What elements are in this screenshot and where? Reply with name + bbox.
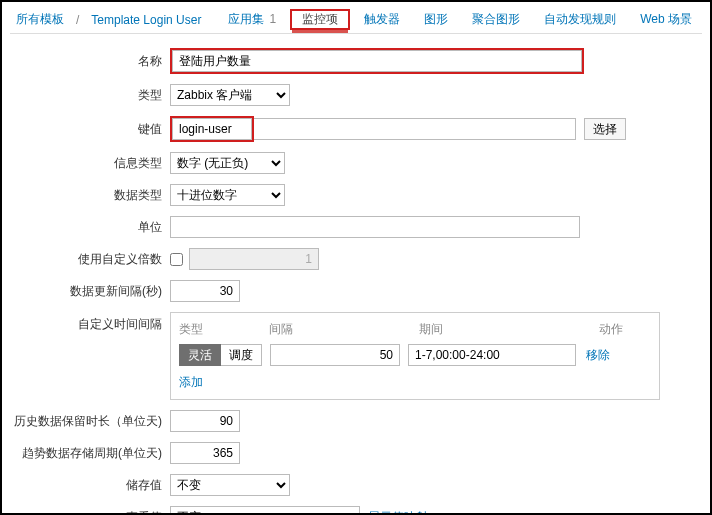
sched-head-period: 期间 bbox=[419, 321, 599, 338]
schedule-box: 类型 间隔 期间 动作 灵活 调度 移除 bbox=[170, 312, 660, 400]
sched-type-segment: 灵活 调度 bbox=[179, 344, 262, 366]
label-update-interval: 数据更新间隔(秒) bbox=[10, 283, 170, 300]
sched-interval-input[interactable] bbox=[270, 344, 400, 366]
tab-items[interactable]: 监控项 bbox=[292, 8, 348, 33]
select-key-button[interactable]: 选择 bbox=[584, 118, 626, 140]
tab-graphs[interactable]: 图形 bbox=[414, 7, 458, 32]
label-custom-multiplier: 使用自定义倍数 bbox=[10, 251, 170, 268]
tab-discovery[interactable]: 自动发现规则 bbox=[534, 7, 626, 32]
sched-add-link[interactable]: 添加 bbox=[179, 375, 203, 389]
label-data-type: 数据类型 bbox=[10, 187, 170, 204]
history-input[interactable] bbox=[170, 410, 240, 432]
tab-web[interactable]: Web 场景 bbox=[630, 7, 702, 32]
tab-aggregate-graphs[interactable]: 聚合图形 bbox=[462, 7, 530, 32]
label-key: 键值 bbox=[10, 121, 170, 138]
key-input[interactable] bbox=[172, 118, 252, 140]
trends-input[interactable] bbox=[170, 442, 240, 464]
sched-period-input[interactable] bbox=[408, 344, 576, 366]
label-info-type: 信息类型 bbox=[10, 155, 170, 172]
label-show-value: 查看值 bbox=[10, 509, 170, 516]
label-history: 历史数据保留时长（单位天) bbox=[10, 413, 170, 430]
sched-head-action: 动作 bbox=[599, 321, 649, 338]
label-trends: 趋势数据存储周期(单位天) bbox=[10, 445, 170, 462]
update-interval-input[interactable] bbox=[170, 280, 240, 302]
info-type-select[interactable]: 数字 (无正负) bbox=[170, 152, 285, 174]
tab-triggers[interactable]: 触发器 bbox=[354, 7, 410, 32]
label-flex-intervals: 自定义时间间隔 bbox=[10, 312, 170, 333]
label-type: 类型 bbox=[10, 87, 170, 104]
custom-multiplier-input bbox=[189, 248, 319, 270]
sched-head-interval: 间隔 bbox=[269, 321, 419, 338]
type-select[interactable]: Zabbix 客户端 bbox=[170, 84, 290, 106]
label-store-value: 储存值 bbox=[10, 477, 170, 494]
sched-remove-link[interactable]: 移除 bbox=[586, 347, 610, 364]
sched-head-type: 类型 bbox=[179, 321, 269, 338]
label-name: 名称 bbox=[10, 53, 170, 70]
store-value-select[interactable]: 不变 bbox=[170, 474, 290, 496]
tab-applications[interactable]: 应用集 1 bbox=[218, 7, 286, 32]
show-value-mappings-link[interactable]: 展示值映射 bbox=[368, 509, 428, 516]
data-type-select[interactable]: 十进位数字 bbox=[170, 184, 285, 206]
sched-type-scheduling[interactable]: 调度 bbox=[221, 344, 262, 366]
key-input-ext[interactable] bbox=[254, 118, 576, 140]
tab-bar: 所有模板 / Template Login User 应用集 1 监控项 触发器… bbox=[10, 6, 702, 34]
sched-type-flexible[interactable]: 灵活 bbox=[179, 344, 221, 366]
units-input[interactable] bbox=[170, 216, 580, 238]
show-value-select[interactable]: 不变 bbox=[170, 506, 360, 515]
name-input[interactable] bbox=[172, 50, 582, 72]
label-units: 单位 bbox=[10, 219, 170, 236]
custom-multiplier-checkbox[interactable] bbox=[170, 253, 183, 266]
breadcrumb-separator: / bbox=[74, 13, 81, 27]
breadcrumb-template[interactable]: Template Login User bbox=[85, 9, 207, 31]
breadcrumb-all-templates[interactable]: 所有模板 bbox=[10, 7, 70, 32]
